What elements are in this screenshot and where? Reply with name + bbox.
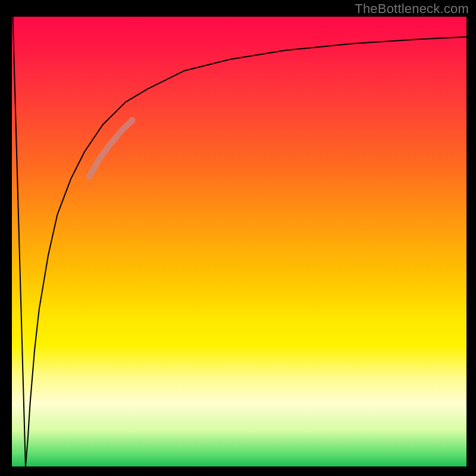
curve-layer bbox=[12, 17, 466, 466]
left-spike bbox=[13, 17, 26, 466]
highlight-segment bbox=[89, 120, 133, 177]
plot-area bbox=[12, 17, 466, 466]
chart-frame: TheBottleneck.com bbox=[0, 0, 476, 476]
main-curve bbox=[26, 37, 466, 466]
watermark-text: TheBottleneck.com bbox=[355, 1, 469, 17]
